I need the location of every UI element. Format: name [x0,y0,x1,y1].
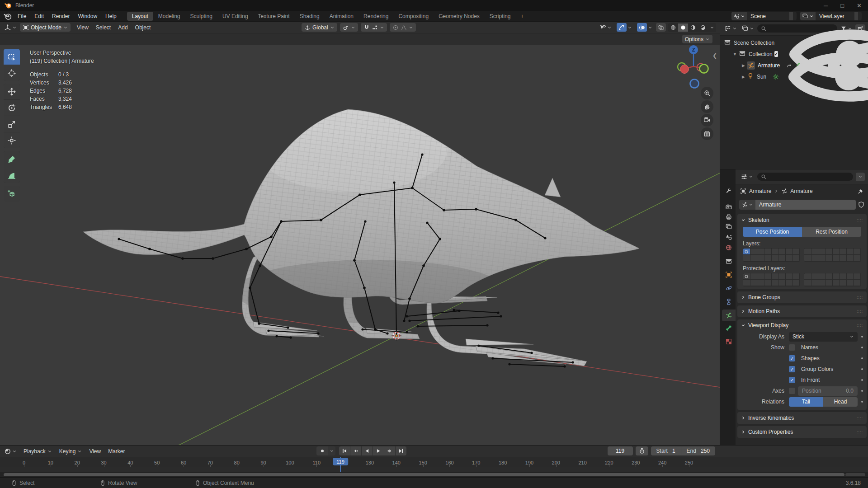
layer-cell[interactable] [840,280,847,286]
timeline-menu-keying[interactable]: Keying [56,447,86,455]
axes-checkbox[interactable] [789,388,795,394]
show-gizmos-toggle[interactable] [615,23,633,32]
menu-render[interactable]: Render [48,12,74,20]
workspace-tab-+[interactable]: + [516,12,529,21]
workspace-tab-layout[interactable]: Layout [127,12,153,21]
breadcrumb-object[interactable]: Armature [749,188,771,194]
layer-cell[interactable] [793,273,800,280]
layer-cell[interactable] [854,273,861,280]
layer-cell[interactable] [786,249,793,255]
nav-ortho-button[interactable] [701,127,713,140]
pose-position-button[interactable]: Pose Position [743,227,802,237]
datablock-name-field[interactable]: Armature [755,200,856,210]
scrollbar-stub[interactable] [845,473,865,476]
pivot-point[interactable] [340,23,358,32]
checkbox-group-colors[interactable]: ✓ [789,366,795,372]
disclosure-triangle[interactable]: ▶ [742,63,745,68]
disclosure-triangle[interactable]: ▼ [733,52,737,56]
layer-cell[interactable] [854,255,861,261]
relations-tail-button[interactable]: Tail [789,397,823,407]
viewport-menu-view[interactable]: View [73,23,92,32]
end-frame-field[interactable]: End250 [681,446,715,455]
layer-cell[interactable] [750,280,758,286]
workspace-tab-sculpting[interactable]: Sculpting [185,12,217,21]
animate-dot[interactable] [861,368,863,370]
layer-cell[interactable] [778,249,786,255]
key-next-button[interactable] [384,446,395,455]
panel-grip[interactable]: :::: [857,218,863,222]
panel-grip[interactable]: :::: [857,309,863,314]
tool-rotate[interactable] [4,99,20,116]
panel-bone-groups-header[interactable]: Bone Groups :::: [737,291,867,303]
properties-tab-world[interactable] [722,242,736,253]
layer-cell[interactable] [847,273,854,280]
properties-tab-data[interactable] [722,310,736,321]
workspace-tab-scripting[interactable]: Scripting [485,12,516,21]
show-object-types[interactable] [598,23,613,32]
layer-cell[interactable] [826,255,833,261]
workspace-tab-texture-paint[interactable]: Texture Paint [253,12,295,21]
layer-cell[interactable] [833,273,840,280]
display-as-dropdown[interactable]: Stick [789,332,858,342]
properties-tab-collection[interactable] [722,255,736,267]
panel-grip[interactable]: :::: [857,323,863,328]
rest-position-button[interactable]: Rest Position [802,227,861,237]
layer-cell[interactable] [793,280,800,286]
animate-dot[interactable] [861,336,863,338]
layer-cell[interactable] [840,273,847,280]
layer-cell[interactable] [847,255,854,261]
outliner-row-sun[interactable]: ▶Sun [720,71,868,82]
layer-cell[interactable] [811,249,819,255]
layer-cell[interactable] [743,280,750,286]
panel-grip[interactable]: :::: [857,295,863,300]
jump-start-button[interactable] [339,446,350,455]
aardvark-mesh[interactable] [68,99,656,380]
outliner-editor-type[interactable] [723,24,738,33]
playhead-frame-badge[interactable]: 119 [333,458,348,465]
layer-cell[interactable] [833,280,840,286]
layer-cell[interactable] [778,280,786,286]
layer-cell[interactable] [778,273,786,280]
key-prev-button[interactable] [350,446,361,455]
tool-transform[interactable] [4,132,20,148]
properties-filter-button[interactable] [856,173,865,181]
record-button[interactable] [316,446,328,455]
layer-cell[interactable] [743,273,750,280]
workspace-tab-shading[interactable]: Shading [295,12,325,21]
shading-dropdown[interactable] [708,24,716,31]
nav-zoom-button[interactable] [701,87,713,99]
layer-cell[interactable] [833,249,840,255]
jump-end-button[interactable] [396,446,406,455]
layer-cell[interactable] [772,249,779,255]
editor-type-button[interactable] [3,23,18,32]
timeline-menu-marker[interactable]: Marker [104,447,128,455]
layer-cell[interactable] [804,280,811,286]
viewport-menu-add[interactable]: Add [114,23,131,32]
axes-position-slider[interactable]: Position 0.0 [798,386,858,396]
layer-cell[interactable] [743,255,750,261]
animate-dot[interactable] [861,390,863,392]
layer-cell[interactable] [793,249,800,255]
tool-measure[interactable] [4,167,20,183]
layer-cell[interactable] [793,255,800,261]
shading-wireframe[interactable] [668,23,678,32]
layer-cell[interactable] [757,273,764,280]
checkbox-in-front[interactable]: ✓ [789,377,795,383]
show-overlays-toggle[interactable] [636,23,654,32]
properties-search-input[interactable] [757,173,853,181]
layer-cell[interactable] [764,249,772,255]
collection-checkbox[interactable]: ✓ [774,51,778,57]
relations-head-button[interactable]: Head [823,397,858,407]
workspace-tab-modeling[interactable]: Modeling [153,12,185,21]
workspace-tab-geometry-nodes[interactable]: Geometry Nodes [434,12,485,21]
pin-icon[interactable] [858,188,864,194]
tool-annotate[interactable] [4,151,20,167]
animate-dot[interactable] [861,347,863,348]
navigation-gizmo[interactable]: Z [674,45,719,90]
start-frame-field[interactable]: Start1 [651,446,681,455]
layer-cell[interactable] [764,255,772,261]
layer-cell[interactable] [757,280,764,286]
tool-select-box[interactable] [4,49,20,65]
timeline-track[interactable] [0,467,868,472]
transform-orientation[interactable]: Global [302,23,337,32]
